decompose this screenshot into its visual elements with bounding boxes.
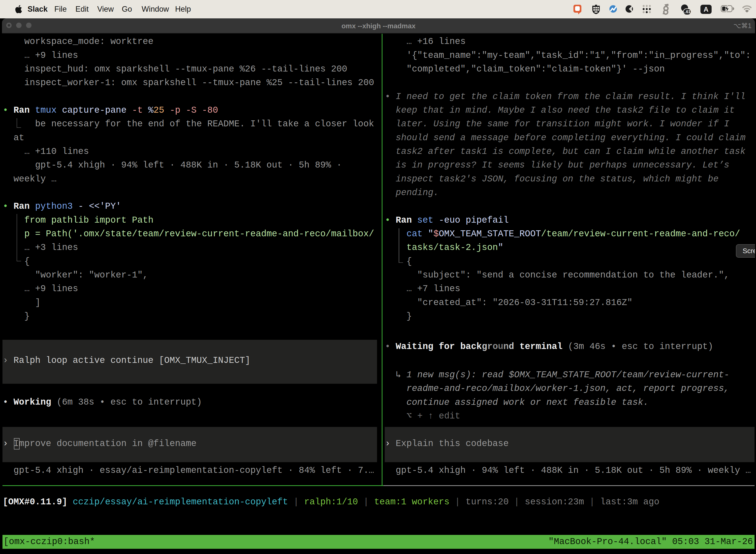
svg-text:..61: ..61: [684, 9, 691, 14]
svg-text:A: A: [704, 6, 709, 13]
